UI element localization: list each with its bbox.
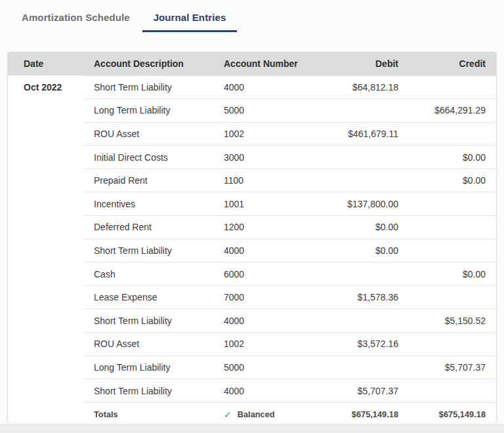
cell-account-number: 1001	[213, 192, 308, 216]
cell-debit: $137,800.00	[308, 192, 409, 216]
table-row: Cash 6000 $0.00	[8, 262, 496, 286]
table-row: Long Term Liability 5000 $5,707.37	[8, 356, 496, 379]
cell-account-number: 6000	[213, 262, 308, 286]
cell-credit: $664,291.29	[409, 99, 496, 123]
cell-credit	[409, 122, 496, 146]
table-row: Oct 2022 Short Term Liability 4000 $64,8…	[8, 75, 496, 99]
cell-debit	[308, 146, 409, 169]
totals-date-spacer	[8, 402, 83, 425]
cell-debit: $0.00	[308, 216, 409, 239]
cell-description: Lease Expense	[83, 285, 213, 309]
cell-date	[8, 216, 83, 239]
cell-description: ROU Asset	[83, 122, 213, 146]
cell-date	[8, 309, 83, 333]
cell-credit	[409, 239, 496, 262]
table-body: Oct 2022 Short Term Liability 4000 $64,8…	[8, 75, 496, 402]
tab-journal-entries[interactable]: Journal Entries	[142, 5, 238, 32]
column-header-date: Date	[8, 52, 83, 75]
cell-date	[8, 99, 83, 123]
tab-amortization-schedule[interactable]: Amortization Schedule	[10, 5, 141, 32]
cell-account-number: 4000	[213, 379, 308, 403]
cell-credit: $0.00	[409, 169, 496, 192]
cell-account-number: 1100	[213, 169, 308, 192]
cell-description: Incentives	[83, 192, 213, 216]
cell-description: Cash	[83, 262, 213, 286]
cell-date	[8, 239, 83, 262]
cell-debit: $461,679.11	[308, 122, 409, 146]
cell-description: ROU Asset	[83, 333, 213, 356]
cell-account-number: 7000	[213, 285, 308, 309]
cell-description: Prepaid Rent	[83, 169, 213, 192]
cell-date	[8, 122, 83, 146]
totals-label: Totals	[83, 402, 213, 425]
cell-debit: $3,572.16	[308, 333, 409, 356]
table-row: ROU Asset 1002 $461,679.11	[8, 122, 496, 146]
cell-account-number: 4000	[213, 239, 308, 262]
next-section-edge	[0, 424, 504, 433]
cell-date	[8, 146, 83, 169]
cell-credit: $5,150.52	[409, 309, 496, 333]
cell-credit: $0.00	[409, 262, 496, 286]
cell-date	[8, 169, 83, 192]
cell-credit	[409, 75, 496, 99]
cell-debit: $64,812.18	[308, 75, 409, 99]
cell-account-number: 3000	[213, 146, 308, 169]
table-row: Initial Direct Costs 3000 $0.00	[8, 146, 496, 169]
cell-description: Short Term Liability	[83, 239, 213, 262]
balanced-status-label: Balanced	[238, 409, 275, 419]
column-header-account-number: Account Number	[213, 52, 308, 75]
cell-debit	[308, 169, 409, 192]
cell-credit	[409, 216, 496, 239]
cell-debit	[308, 356, 409, 379]
cell-credit	[409, 379, 496, 403]
cell-credit	[409, 285, 496, 309]
cell-date	[8, 192, 83, 216]
cell-debit	[308, 309, 409, 333]
journal-entries-table: Date Account Description Account Number …	[8, 52, 496, 425]
cell-description: Long Term Liability	[83, 99, 213, 123]
cell-date	[8, 379, 83, 403]
totals-credit: $675,149.18	[409, 402, 496, 425]
cell-account-number: 1002	[213, 122, 308, 146]
cell-debit: $0.00	[308, 239, 409, 262]
cell-description: Initial Direct Costs	[83, 146, 213, 169]
cell-description: Short Term Liability	[83, 379, 213, 403]
table-row: Short Term Liability 4000 $5,150.52	[8, 309, 496, 333]
cell-date	[8, 262, 83, 286]
cell-description: Short Term Liability	[83, 309, 213, 333]
table-row: Short Term Liability 4000 $5,707.37	[8, 379, 496, 403]
table-header: Date Account Description Account Number …	[8, 52, 496, 75]
cell-debit	[308, 262, 409, 286]
journal-entries-card: Date Account Description Account Number …	[8, 52, 496, 425]
cell-debit	[308, 99, 409, 123]
cell-date	[8, 285, 83, 309]
cell-credit: $0.00	[409, 146, 496, 169]
cell-description: Deferred Rent	[83, 216, 213, 239]
table-row: Long Term Liability 5000 $664,291.29	[8, 99, 496, 123]
table-row: Lease Expense 7000 $1,578.36	[8, 285, 496, 309]
table-row: Deferred Rent 1200 $0.00	[8, 216, 496, 239]
table-row: ROU Asset 1002 $3,572.16	[8, 333, 496, 356]
cell-date	[8, 333, 83, 356]
cell-account-number: 5000	[213, 356, 308, 379]
cell-credit: $5,707.37	[409, 356, 496, 379]
table-footer: Totals ✓Balanced $675,149.18 $675,149.18	[8, 402, 496, 425]
totals-row: Totals ✓Balanced $675,149.18 $675,149.18	[8, 402, 496, 425]
column-header-debit: Debit	[308, 52, 409, 75]
cell-account-number: 5000	[213, 99, 308, 123]
cell-date: Oct 2022	[8, 75, 83, 99]
cell-description: Short Term Liability	[83, 75, 213, 99]
table-row: Incentives 1001 $137,800.00	[8, 192, 496, 216]
totals-status-cell: ✓Balanced	[213, 402, 308, 425]
cell-description: Long Term Liability	[83, 356, 213, 379]
cell-debit: $5,707.37	[308, 379, 409, 403]
cell-date	[8, 356, 83, 379]
table-row: Prepaid Rent 1100 $0.00	[8, 169, 496, 192]
cell-credit	[409, 192, 496, 216]
cell-account-number: 1002	[213, 333, 308, 356]
column-header-credit: Credit	[409, 52, 496, 75]
table-row: Short Term Liability 4000 $0.00	[8, 239, 496, 262]
column-header-description: Account Description	[83, 52, 213, 75]
cell-account-number: 1200	[213, 216, 308, 239]
cell-credit	[409, 333, 496, 356]
